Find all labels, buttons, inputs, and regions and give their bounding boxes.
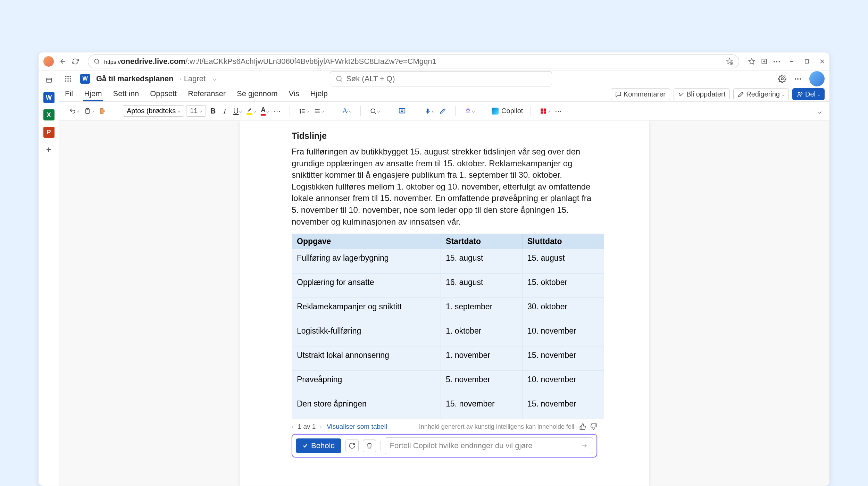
tabs-icon[interactable] (43, 75, 55, 86)
tab-view[interactable]: Vis (288, 87, 300, 101)
tab-review[interactable]: Se gjennom (236, 87, 278, 101)
copilot-placeholder: Fortell Copilot hvilke endringer du vil … (390, 441, 533, 450)
address-bar[interactable]: https://onedrive.live.com/:w:/t/EaCKkPs6… (88, 55, 739, 68)
ribbon-toolbar: ⌵ ⌵ Aptos (brødteks ⌵ (59, 102, 829, 120)
visualize-link[interactable]: Visualiser som tabell (327, 423, 387, 430)
app-launcher-icon[interactable] (64, 75, 74, 83)
bold-button[interactable]: B (208, 106, 218, 117)
tab-references[interactable]: Referanser (187, 87, 226, 101)
catchup-button[interactable]: Bli oppdatert (674, 88, 730, 100)
powerpoint-app-icon[interactable]: P (43, 127, 55, 138)
table-autoformat-button[interactable]: ⌵ (539, 106, 551, 117)
svg-point-19 (300, 109, 301, 110)
copilot-button[interactable]: Copilot (488, 106, 526, 116)
svg-point-6 (67, 76, 69, 77)
table-row: Den store åpningen15. november15. novemb… (292, 395, 604, 419)
favorites-icon[interactable] (748, 58, 755, 65)
timeline-table: Oppgave Startdato Sluttdato Fullføring a… (292, 234, 604, 419)
find-button[interactable]: ⌵ (368, 106, 381, 117)
tab-file[interactable]: Fil (64, 87, 74, 101)
svg-point-12 (67, 81, 69, 82)
editing-mode-button[interactable]: Redigering ⌵ (733, 88, 789, 100)
back-button[interactable] (59, 58, 66, 65)
svg-rect-28 (541, 111, 543, 114)
table-row: Reklamekampanjer og sniktitt1. september… (292, 298, 604, 322)
align-button[interactable]: ⌵ (312, 106, 325, 117)
copilot-label: Copilot (501, 107, 523, 115)
svg-point-16 (798, 92, 800, 94)
profile-avatar[interactable] (43, 56, 54, 67)
search-input[interactable]: Søk (ALT + Q) (330, 71, 552, 86)
document-page[interactable]: Tidslinje Fra fullføringen av butikkbygg… (240, 120, 649, 486)
underline-button[interactable]: U⌵ (232, 106, 243, 117)
collections-icon[interactable] (761, 58, 768, 65)
th-start: Startdato (441, 234, 523, 249)
ribbon-tabs: Fil Hjem Sett inn Oppsett Referanser Se … (59, 87, 829, 102)
styles-button[interactable]: A⁄ ⌵ (341, 106, 353, 117)
bullets-button[interactable]: ⌵ (298, 106, 310, 117)
refresh-button[interactable] (72, 58, 79, 65)
settings-icon[interactable] (778, 75, 786, 83)
comments-label: Kommentarer (624, 90, 666, 98)
immersive-button[interactable] (397, 106, 407, 117)
thumbs-down-icon[interactable] (590, 423, 597, 430)
tab-help[interactable]: Hjelp (310, 87, 328, 101)
undo-button[interactable]: ⌵ (68, 106, 81, 117)
table-row: Logistikk-fullføring1. oktober10. novemb… (292, 322, 604, 346)
collapse-ribbon-button[interactable]: ⌵ (815, 106, 825, 117)
font-size-selector[interactable]: 11 ⌵ (186, 105, 206, 117)
tab-insert[interactable]: Sett inn (112, 87, 140, 101)
svg-rect-27 (544, 108, 546, 111)
discard-button[interactable] (363, 439, 376, 452)
app-side-rail: W X P + (39, 70, 59, 486)
italic-button[interactable]: I (220, 106, 229, 117)
document-title[interactable]: Gå til markedsplanen (96, 74, 174, 83)
more-options-icon[interactable]: ⋯ (794, 74, 802, 83)
paste-button[interactable]: ⌵ (83, 106, 95, 117)
add-app-icon[interactable]: + (43, 144, 55, 155)
format-painter-button[interactable] (98, 106, 107, 117)
more-font-icon[interactable]: ⋯ (272, 106, 282, 117)
tab-home[interactable]: Hjem (83, 87, 102, 101)
prev-page-icon[interactable]: ‹ (292, 423, 294, 430)
maximize-button[interactable] (804, 59, 809, 64)
highlight-button[interactable]: ⌵ (245, 106, 257, 117)
svg-rect-23 (399, 108, 405, 113)
thumbs-up-icon[interactable] (579, 423, 586, 430)
svg-point-11 (65, 81, 67, 82)
font-color-button[interactable]: A ⌵ (259, 106, 270, 117)
excel-app-icon[interactable]: X (43, 109, 55, 120)
user-avatar[interactable] (809, 71, 825, 86)
comments-button[interactable]: Kommentarer (611, 88, 670, 100)
document-canvas: Tidslinje Fra fullføringen av butikkbygg… (59, 120, 829, 486)
minimize-button[interactable] (789, 59, 794, 64)
more-icon[interactable]: ⋯ (773, 58, 780, 65)
editor-button[interactable] (438, 106, 448, 117)
tab-layout[interactable]: Oppsett (149, 87, 177, 101)
next-page-icon[interactable]: › (320, 423, 322, 430)
th-task: Oppgave (292, 234, 441, 249)
dictate-button[interactable]: ⌵ (423, 106, 436, 117)
font-selector[interactable]: Aptos (brødteks ⌵ (123, 105, 184, 117)
more-commands-icon[interactable]: ⋯ (553, 106, 563, 117)
font-size: 11 (190, 107, 198, 115)
doc-paragraph: Fra fullføringen av butikkbygget 15. aug… (292, 146, 597, 227)
keep-button[interactable]: Behold (296, 438, 341, 453)
svg-point-15 (781, 78, 783, 80)
regenerate-button[interactable] (345, 439, 359, 452)
favorite-icon[interactable] (726, 58, 733, 65)
svg-rect-26 (541, 108, 543, 111)
keep-label: Behold (311, 441, 335, 450)
ai-disclaimer: Innhold generert av kunstig intelligens … (419, 423, 574, 430)
doc-heading: Tidslinje (292, 131, 597, 141)
word-app-icon[interactable]: W (43, 92, 55, 103)
submit-icon[interactable] (581, 442, 588, 449)
close-button[interactable] (820, 59, 825, 64)
chevron-down-icon[interactable]: ⌵ (213, 76, 216, 82)
svg-rect-29 (544, 111, 546, 114)
share-button[interactable]: Del ⌵ (792, 88, 825, 100)
copilot-prompt-input[interactable]: Fortell Copilot hvilke endringer du vil … (385, 437, 593, 454)
svg-point-10 (70, 78, 71, 79)
designer-button[interactable]: ⌵ (463, 106, 476, 117)
title-bar: W Gå til markedsplanen · Lagret ⌵ Søk (A… (59, 70, 829, 87)
